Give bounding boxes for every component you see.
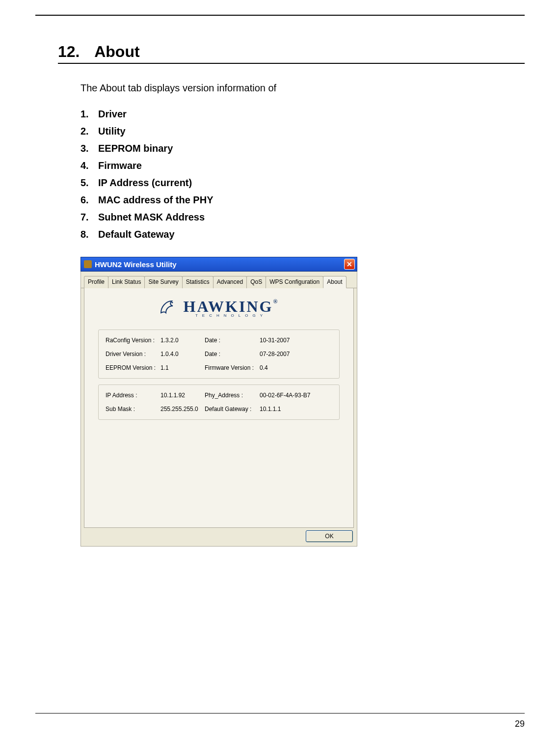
- close-icon: ✕: [347, 260, 352, 268]
- heading-number: 12.: [58, 43, 80, 61]
- driver-date-label: Date :: [205, 351, 260, 357]
- section-heading: 12. About: [58, 43, 525, 64]
- registered-icon: ®: [273, 298, 279, 305]
- app-icon: [84, 260, 92, 268]
- tab-statistics[interactable]: Statistics: [182, 276, 213, 288]
- tab-strip: Profile Link Status Site Survey Statisti…: [81, 272, 357, 288]
- window-titlebar[interactable]: HWUN2 Wireless Utility ✕: [80, 257, 357, 272]
- sub-mask-value: 255.255.255.0: [160, 406, 205, 412]
- tab-link-status[interactable]: Link Status: [108, 276, 145, 288]
- window-title: HWUN2 Wireless Utility: [95, 260, 177, 269]
- ok-button[interactable]: OK: [306, 530, 353, 542]
- tab-wps-configuration[interactable]: WPS Configuration: [266, 276, 323, 288]
- intro-text: The About tab displays version informati…: [80, 82, 525, 94]
- close-button[interactable]: ✕: [344, 259, 355, 270]
- network-info-group: IP Address : 10.1.1.92 Phy_Address : 00-…: [98, 384, 340, 420]
- eeprom-version-label: EEPROM Version :: [106, 364, 160, 371]
- driver-version-value: 1.0.4.0: [160, 351, 205, 357]
- item-list: 1.Driver 2.Utility 3.EEPROM binary 4.Fir…: [80, 109, 525, 240]
- logo-main-text: HAWKING: [184, 298, 273, 315]
- list-item: 8.Default Gateway: [80, 229, 525, 240]
- eeprom-version-value: 1.1: [160, 364, 205, 371]
- raconfig-version-label: RaConfig Version :: [106, 337, 160, 344]
- driver-version-label: Driver Version :: [106, 351, 160, 357]
- raconfig-version-value: 1.3.2.0: [160, 337, 205, 344]
- svg-point-0: [171, 302, 173, 303]
- hawk-icon: [159, 298, 179, 318]
- tab-advanced[interactable]: Advanced: [213, 276, 247, 288]
- list-item: 2.Utility: [80, 126, 525, 137]
- tab-about[interactable]: About: [323, 276, 346, 288]
- page-number: 29: [515, 719, 525, 729]
- app-screenshot: HWUN2 Wireless Utility ✕ Profile Link St…: [80, 257, 357, 547]
- list-item: 4.Firmware: [80, 160, 525, 171]
- default-gateway-label: Default Gateway :: [205, 406, 260, 412]
- top-rule: [35, 15, 525, 16]
- default-gateway-value: 10.1.1.1: [260, 406, 332, 412]
- phy-address-value: 00-02-6F-4A-93-B7: [260, 392, 332, 399]
- driver-date-value: 07-28-2007: [260, 351, 332, 357]
- logo-sub-text: TECHNOLOGY: [184, 313, 279, 318]
- firmware-version-label: Firmware Version :: [205, 364, 260, 371]
- list-item: 5.IP Address (current): [80, 177, 525, 189]
- list-item: 7.Subnet MASK Address: [80, 212, 525, 223]
- raconfig-date-label: Date :: [205, 337, 260, 344]
- brand-logo: HAWKING® TECHNOLOGY: [84, 295, 353, 324]
- raconfig-date-value: 10-31-2007: [260, 337, 332, 344]
- firmware-version-value: 0.4: [260, 364, 332, 371]
- ip-address-value: 10.1.1.92: [160, 392, 205, 399]
- list-item: 6.MAC address of the PHY: [80, 194, 525, 206]
- ip-address-label: IP Address :: [106, 392, 160, 399]
- version-info-group: RaConfig Version : 1.3.2.0 Date : 10-31-…: [98, 329, 340, 379]
- tab-qos[interactable]: QoS: [246, 276, 266, 288]
- tab-site-survey[interactable]: Site Survey: [144, 276, 182, 288]
- sub-mask-label: Sub Mask :: [106, 406, 160, 412]
- window-body: Profile Link Status Site Survey Statisti…: [80, 272, 357, 547]
- tab-profile[interactable]: Profile: [84, 276, 108, 288]
- list-item: 1.Driver: [80, 109, 525, 120]
- phy-address-label: Phy_Address :: [205, 392, 260, 399]
- heading-title: About: [94, 43, 139, 60]
- tab-content-about: HAWKING® TECHNOLOGY RaConfig Version : 1…: [84, 288, 354, 528]
- list-item: 3.EEPROM binary: [80, 143, 525, 154]
- footer-rule-thin: [35, 713, 525, 714]
